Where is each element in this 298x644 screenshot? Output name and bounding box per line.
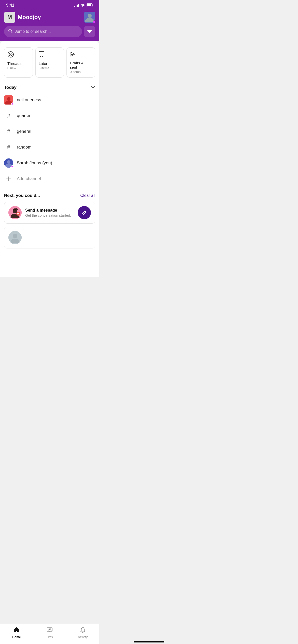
dm-neil-label: neil.oneness: [17, 97, 41, 103]
svg-rect-24: [17, 209, 18, 210]
threads-title: Threads: [7, 61, 30, 66]
later-title: Later: [39, 61, 61, 66]
avatar-status-dot: [93, 20, 96, 23]
search-row: Jump to or search...: [4, 26, 95, 37]
next-title: Next, you could...: [4, 193, 40, 198]
drafts-title: Drafts & sent: [70, 61, 92, 69]
compose-button[interactable]: [78, 206, 91, 219]
logo-area: M Moodjoy: [4, 12, 41, 23]
suggestion-subtitle: Get the conversation started.: [25, 213, 74, 217]
logo-box: M: [4, 12, 15, 23]
search-icon: [8, 29, 13, 35]
status-time: 9:41: [6, 3, 14, 8]
search-placeholder: Jump to or search...: [15, 29, 51, 34]
later-subtitle: 3 items: [39, 66, 61, 70]
threads-subtitle: 0 new: [7, 66, 30, 70]
self-item[interactable]: Sarah Jonas (you): [0, 155, 99, 171]
channel-random-label: random: [17, 145, 32, 150]
dm-neil-avatar: [4, 95, 13, 105]
app-name: Moodjoy: [18, 14, 41, 21]
svg-rect-22: [15, 208, 16, 210]
wifi-icon: [80, 3, 85, 8]
svg-rect-21: [14, 208, 15, 210]
search-bar[interactable]: Jump to or search...: [4, 26, 82, 37]
add-channel-label: Add channel: [17, 176, 41, 181]
today-section-header: Today: [0, 82, 99, 92]
drafts-icon: [70, 51, 92, 59]
today-title: Today: [4, 85, 17, 90]
svg-rect-23: [16, 208, 17, 210]
filter-button[interactable]: [84, 26, 95, 37]
channel-quarter-item[interactable]: # quarter: [0, 108, 99, 124]
channel-general-item[interactable]: # general: [0, 124, 99, 139]
dm-neil-item[interactable]: neil.oneness: [0, 92, 99, 108]
self-label: Sarah Jonas (you): [17, 160, 52, 166]
threads-card[interactable]: Threads 0 new: [4, 47, 33, 78]
channel-quarter-label: quarter: [17, 113, 31, 118]
section-divider: [0, 188, 99, 188]
battery-icon: [87, 3, 93, 8]
later-icon: [39, 51, 61, 59]
next-header: Next, you could... Clear all: [4, 193, 95, 198]
send-message-suggestion[interactable]: Send a message Get the conversation star…: [4, 202, 95, 224]
scroll-area: Threads 0 new Later 3 items Drafts: [0, 43, 99, 277]
clear-all-button[interactable]: Clear all: [80, 193, 95, 198]
channel-random-item[interactable]: # random: [0, 139, 99, 155]
svg-rect-20: [13, 209, 13, 211]
header: M Moodjoy Jump to or search...: [0, 10, 99, 41]
later-card[interactable]: Later 3 items: [35, 47, 64, 78]
add-channel-icon: [4, 174, 13, 183]
svg-rect-1: [87, 4, 91, 6]
suggestion-text: Send a message Get the conversation star…: [25, 208, 74, 217]
main-content: Threads 0 new Later 3 items Drafts: [0, 41, 99, 277]
channel-quarter-icon: #: [4, 111, 13, 120]
svg-line-11: [9, 53, 12, 56]
svg-point-3: [88, 14, 92, 18]
status-icons: [74, 3, 93, 8]
header-top: M Moodjoy: [4, 12, 95, 23]
threads-icon: [7, 51, 30, 59]
partial-suggestion-avatar: [8, 231, 22, 244]
svg-point-13: [7, 97, 10, 101]
svg-point-15: [7, 160, 10, 164]
next-section: Next, you could... Clear all: [0, 189, 99, 248]
drafts-card[interactable]: Drafts & sent 0 items: [66, 47, 95, 78]
channel-general-label: general: [17, 129, 31, 134]
profile-avatar-button[interactable]: [84, 12, 95, 23]
drafts-subtitle: 0 items: [70, 70, 92, 74]
suggestion-avatar: [8, 206, 22, 219]
self-avatar: [4, 158, 13, 168]
svg-line-5: [11, 32, 12, 33]
svg-point-27: [13, 234, 17, 238]
channel-general-icon: #: [4, 127, 13, 136]
add-channel-item[interactable]: Add channel: [0, 171, 99, 187]
channel-random-icon: #: [4, 143, 13, 152]
status-bar: 9:41: [0, 0, 99, 10]
partial-suggestion-text: [25, 237, 91, 238]
quick-cards: Threads 0 new Later 3 items Drafts: [0, 43, 99, 82]
signal-icon: [74, 4, 79, 7]
suggestion-title: Send a message: [25, 208, 74, 213]
today-collapse-button[interactable]: [91, 85, 95, 90]
next-suggestion-partial[interactable]: [4, 227, 95, 248]
